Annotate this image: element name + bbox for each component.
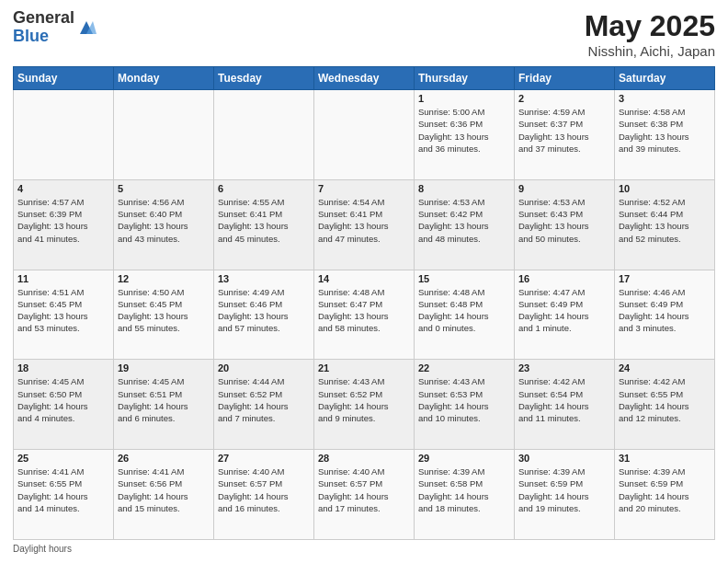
day-info: Sunrise: 4:42 AM Sunset: 6:54 PM Dayligh… xyxy=(518,375,610,424)
calendar-cell: 29Sunrise: 4:39 AM Sunset: 6:58 PM Dayli… xyxy=(415,450,515,540)
day-info: Sunrise: 5:00 AM Sunset: 6:36 PM Dayligh… xyxy=(418,106,510,155)
day-number: 4 xyxy=(17,183,109,194)
day-number: 28 xyxy=(318,453,410,464)
calendar-cell: 5Sunrise: 4:56 AM Sunset: 6:40 PM Daylig… xyxy=(114,179,214,270)
calendar-cell: 25Sunrise: 4:41 AM Sunset: 6:55 PM Dayli… xyxy=(14,450,114,540)
calendar-cell: 10Sunrise: 4:52 AM Sunset: 6:44 PM Dayli… xyxy=(615,179,715,270)
day-number: 31 xyxy=(619,453,711,464)
day-number: 13 xyxy=(218,273,310,284)
day-info: Sunrise: 4:45 AM Sunset: 6:51 PM Dayligh… xyxy=(118,375,210,424)
header-row: SundayMondayTuesdayWednesdayThursdayFrid… xyxy=(14,67,715,90)
day-number: 2 xyxy=(518,93,610,104)
day-number: 15 xyxy=(418,273,510,284)
day-number: 5 xyxy=(118,183,210,194)
calendar-week-row: 25Sunrise: 4:41 AM Sunset: 6:55 PM Dayli… xyxy=(14,450,715,540)
calendar-cell: 16Sunrise: 4:47 AM Sunset: 6:49 PM Dayli… xyxy=(515,270,615,360)
day-number: 22 xyxy=(418,362,510,373)
title-block: May 2025 Nisshin, Aichi, Japan xyxy=(585,9,715,59)
calendar-header: SundayMondayTuesdayWednesdayThursdayFrid… xyxy=(14,67,715,90)
weekday-header: Tuesday xyxy=(214,67,314,90)
day-number: 12 xyxy=(118,273,210,284)
day-info: Sunrise: 4:44 AM Sunset: 6:52 PM Dayligh… xyxy=(218,375,310,424)
logo-text: General Blue xyxy=(13,9,74,46)
day-info: Sunrise: 4:43 AM Sunset: 6:53 PM Dayligh… xyxy=(418,375,510,424)
day-number: 19 xyxy=(118,362,210,373)
calendar-cell: 13Sunrise: 4:49 AM Sunset: 6:46 PM Dayli… xyxy=(214,270,314,360)
calendar-cell: 9Sunrise: 4:53 AM Sunset: 6:43 PM Daylig… xyxy=(515,179,615,270)
weekday-header: Wednesday xyxy=(314,67,415,90)
day-number: 14 xyxy=(318,273,410,284)
daylight-label: Daylight hours xyxy=(13,544,72,554)
day-number: 29 xyxy=(418,453,510,464)
calendar-cell: 30Sunrise: 4:39 AM Sunset: 6:59 PM Dayli… xyxy=(515,450,615,540)
day-info: Sunrise: 4:50 AM Sunset: 6:45 PM Dayligh… xyxy=(118,286,210,335)
calendar-cell: 7Sunrise: 4:54 AM Sunset: 6:41 PM Daylig… xyxy=(314,179,415,270)
calendar-title: May 2025 xyxy=(585,9,715,43)
calendar-cell: 27Sunrise: 4:40 AM Sunset: 6:57 PM Dayli… xyxy=(214,450,314,540)
day-number: 25 xyxy=(17,453,109,464)
calendar-cell xyxy=(214,90,314,180)
day-info: Sunrise: 4:53 AM Sunset: 6:43 PM Dayligh… xyxy=(518,196,610,245)
weekday-header: Monday xyxy=(114,67,214,90)
logo-blue: Blue xyxy=(13,27,49,45)
calendar-cell: 15Sunrise: 4:48 AM Sunset: 6:48 PM Dayli… xyxy=(415,270,515,360)
calendar-cell: 31Sunrise: 4:39 AM Sunset: 6:59 PM Dayli… xyxy=(615,450,715,540)
day-number: 9 xyxy=(518,183,610,194)
weekday-header: Sunday xyxy=(14,67,114,90)
day-info: Sunrise: 4:59 AM Sunset: 6:37 PM Dayligh… xyxy=(518,106,610,155)
day-info: Sunrise: 4:40 AM Sunset: 6:57 PM Dayligh… xyxy=(318,465,410,514)
day-number: 10 xyxy=(619,183,711,194)
calendar-cell: 24Sunrise: 4:42 AM Sunset: 6:55 PM Dayli… xyxy=(615,360,715,450)
calendar-subtitle: Nisshin, Aichi, Japan xyxy=(585,43,715,59)
day-number: 26 xyxy=(118,453,210,464)
day-number: 30 xyxy=(518,453,610,464)
calendar-cell: 19Sunrise: 4:45 AM Sunset: 6:51 PM Dayli… xyxy=(114,360,214,450)
calendar-cell xyxy=(114,90,214,180)
day-info: Sunrise: 4:56 AM Sunset: 6:40 PM Dayligh… xyxy=(118,196,210,245)
calendar-cell: 6Sunrise: 4:55 AM Sunset: 6:41 PM Daylig… xyxy=(214,179,314,270)
day-info: Sunrise: 4:46 AM Sunset: 6:49 PM Dayligh… xyxy=(619,286,711,335)
calendar-cell: 23Sunrise: 4:42 AM Sunset: 6:54 PM Dayli… xyxy=(515,360,615,450)
logo-general: General xyxy=(13,8,74,27)
calendar-cell xyxy=(14,90,114,180)
day-info: Sunrise: 4:52 AM Sunset: 6:44 PM Dayligh… xyxy=(619,196,711,245)
calendar-week-row: 11Sunrise: 4:51 AM Sunset: 6:45 PM Dayli… xyxy=(14,270,715,360)
calendar-week-row: 1Sunrise: 5:00 AM Sunset: 6:36 PM Daylig… xyxy=(14,90,715,180)
calendar-cell: 14Sunrise: 4:48 AM Sunset: 6:47 PM Dayli… xyxy=(314,270,415,360)
day-info: Sunrise: 4:54 AM Sunset: 6:41 PM Dayligh… xyxy=(318,196,410,245)
calendar-cell: 4Sunrise: 4:57 AM Sunset: 6:39 PM Daylig… xyxy=(14,179,114,270)
calendar-cell: 3Sunrise: 4:58 AM Sunset: 6:38 PM Daylig… xyxy=(615,90,715,180)
day-info: Sunrise: 4:41 AM Sunset: 6:56 PM Dayligh… xyxy=(118,465,210,514)
day-number: 11 xyxy=(17,273,109,284)
logo: General Blue xyxy=(13,9,97,46)
page: General Blue May 2025 Nisshin, Aichi, Ja… xyxy=(0,0,728,563)
logo-icon xyxy=(76,17,97,38)
calendar-cell: 1Sunrise: 5:00 AM Sunset: 6:36 PM Daylig… xyxy=(415,90,515,180)
day-info: Sunrise: 4:42 AM Sunset: 6:55 PM Dayligh… xyxy=(619,375,711,424)
day-info: Sunrise: 4:41 AM Sunset: 6:55 PM Dayligh… xyxy=(17,465,109,514)
header: General Blue May 2025 Nisshin, Aichi, Ja… xyxy=(13,9,715,59)
day-number: 23 xyxy=(518,362,610,373)
calendar-cell: 28Sunrise: 4:40 AM Sunset: 6:57 PM Dayli… xyxy=(314,450,415,540)
calendar-cell: 21Sunrise: 4:43 AM Sunset: 6:52 PM Dayli… xyxy=(314,360,415,450)
calendar-body: 1Sunrise: 5:00 AM Sunset: 6:36 PM Daylig… xyxy=(14,90,715,540)
day-number: 21 xyxy=(318,362,410,373)
calendar-cell: 11Sunrise: 4:51 AM Sunset: 6:45 PM Dayli… xyxy=(14,270,114,360)
day-number: 6 xyxy=(218,183,310,194)
weekday-header: Friday xyxy=(515,67,615,90)
calendar-cell: 8Sunrise: 4:53 AM Sunset: 6:42 PM Daylig… xyxy=(415,179,515,270)
calendar-cell xyxy=(314,90,415,180)
day-info: Sunrise: 4:45 AM Sunset: 6:50 PM Dayligh… xyxy=(17,375,109,424)
calendar-table: SundayMondayTuesdayWednesdayThursdayFrid… xyxy=(13,66,715,540)
calendar-week-row: 18Sunrise: 4:45 AM Sunset: 6:50 PM Dayli… xyxy=(14,360,715,450)
day-info: Sunrise: 4:48 AM Sunset: 6:47 PM Dayligh… xyxy=(318,286,410,335)
calendar-cell: 12Sunrise: 4:50 AM Sunset: 6:45 PM Dayli… xyxy=(114,270,214,360)
calendar-cell: 20Sunrise: 4:44 AM Sunset: 6:52 PM Dayli… xyxy=(214,360,314,450)
day-info: Sunrise: 4:55 AM Sunset: 6:41 PM Dayligh… xyxy=(218,196,310,245)
day-info: Sunrise: 4:57 AM Sunset: 6:39 PM Dayligh… xyxy=(17,196,109,245)
day-number: 1 xyxy=(418,93,510,104)
calendar-cell: 26Sunrise: 4:41 AM Sunset: 6:56 PM Dayli… xyxy=(114,450,214,540)
day-info: Sunrise: 4:39 AM Sunset: 6:59 PM Dayligh… xyxy=(619,465,711,514)
day-info: Sunrise: 4:58 AM Sunset: 6:38 PM Dayligh… xyxy=(619,106,711,155)
day-info: Sunrise: 4:40 AM Sunset: 6:57 PM Dayligh… xyxy=(218,465,310,514)
